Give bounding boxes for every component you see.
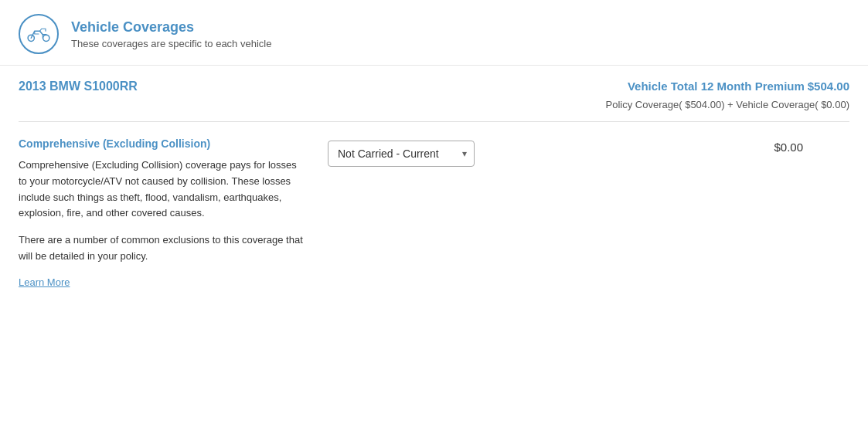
vehicle-premium-group: Vehicle Total 12 Month Premium $504.00 (628, 80, 849, 93)
learn-more-link[interactable]: Learn More (19, 276, 70, 288)
coverage-left: Comprehensive (Excluding Collision) Comp… (19, 137, 305, 288)
coverage-center: Not Carried - Current Basic Standard Enh… (328, 137, 498, 288)
vehicle-top-row: 2013 BMW S1000RR Vehicle Total 12 Month … (19, 80, 849, 93)
vehicle-premium-amount: $504.00 (808, 80, 849, 93)
coverage-right: $0.00 (521, 137, 849, 288)
coverage-description-2: There are a number of common exclusions … (19, 232, 305, 265)
motorcycle-icon (27, 25, 50, 42)
coverage-area: Comprehensive (Excluding Collision) Comp… (0, 122, 868, 307)
coverage-select-wrapper[interactable]: Not Carried - Current Basic Standard Enh… (328, 141, 475, 167)
coverage-price: $0.00 (774, 141, 849, 154)
vehicle-premium-label: Vehicle Total 12 Month Premium (628, 80, 805, 93)
svg-point-1 (43, 35, 49, 41)
vehicle-section: 2013 BMW S1000RR Vehicle Total 12 Month … (0, 66, 868, 110)
coverage-description-1: Comprehensive (Excluding Collision) cove… (19, 158, 305, 222)
coverage-title: Comprehensive (Excluding Collision) (19, 137, 305, 150)
header-title: Vehicle Coverages (71, 19, 271, 36)
vehicle-name: 2013 BMW S1000RR (19, 80, 138, 93)
header-text-group: Vehicle Coverages These coverages are sp… (71, 19, 271, 49)
vehicle-premium-breakdown: Policy Coverage( $504.00) + Vehicle Cove… (606, 99, 849, 110)
header-section: Vehicle Coverages These coverages are sp… (0, 0, 868, 66)
vehicle-coverages-icon-circle (19, 14, 59, 54)
coverage-dropdown[interactable]: Not Carried - Current Basic Standard Enh… (328, 141, 475, 167)
header-subtitle: These coverages are specific to each veh… (71, 38, 271, 49)
